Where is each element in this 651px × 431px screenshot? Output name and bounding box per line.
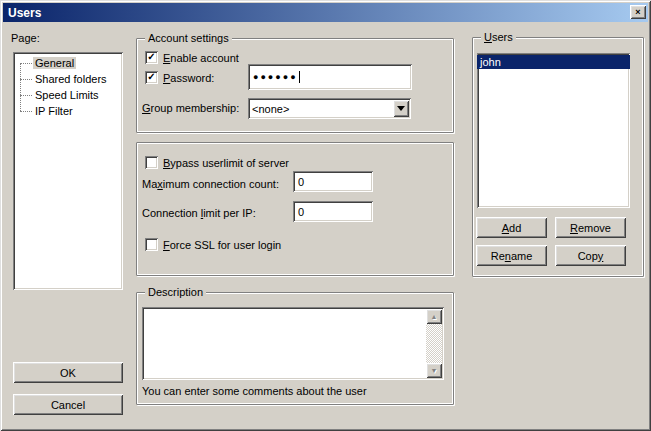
tree-item-speed-limits[interactable]: Speed Limits xyxy=(13,87,123,103)
force-ssl-checkbox[interactable]: ✓ xyxy=(145,238,158,251)
bypass-userlimit-checkbox[interactable]: ✓ xyxy=(145,156,158,169)
dropdown-button[interactable] xyxy=(393,100,409,117)
group-membership-select[interactable]: <none> xyxy=(248,98,411,119)
cancel-button[interactable]: Cancel xyxy=(13,394,123,415)
copy-user-button[interactable]: Copy xyxy=(555,245,626,266)
ok-button[interactable]: OK xyxy=(13,362,123,383)
remove-user-button[interactable]: Remove xyxy=(555,217,626,238)
description-hint: You can enter some comments about the us… xyxy=(142,385,367,398)
window-title: Users xyxy=(3,6,41,20)
arrow-up-icon: ▲ xyxy=(431,313,438,320)
password-value: ●●●●●● xyxy=(253,72,298,82)
tree-item-ip-filter[interactable]: IP Filter xyxy=(13,103,123,119)
page-label: Page: xyxy=(11,32,40,45)
password-label: Password: xyxy=(163,72,214,85)
rename-user-button[interactable]: Rename xyxy=(476,245,547,266)
arrow-down-icon: ▼ xyxy=(431,367,438,374)
description-textarea[interactable]: ▲ ▼ xyxy=(142,307,444,380)
conn-limit-per-ip-value: 0 xyxy=(298,206,304,218)
vertical-scrollbar[interactable]: ▲ ▼ xyxy=(426,309,442,378)
users-group-title: Users xyxy=(481,31,516,44)
max-connection-label: Maximum connection count: xyxy=(142,178,279,191)
title-bar[interactable]: Users × xyxy=(3,3,648,22)
max-connection-value: 0 xyxy=(298,176,304,188)
scroll-down-button[interactable]: ▼ xyxy=(426,363,442,378)
password-input[interactable]: ●●●●●● xyxy=(248,64,412,90)
enable-account-label: Enable account xyxy=(163,52,239,65)
chevron-down-icon xyxy=(397,106,405,111)
close-button[interactable]: × xyxy=(630,5,646,19)
bypass-userlimit-label: Bypass userlimit of server xyxy=(163,157,289,170)
conn-limit-per-ip-input[interactable]: 0 xyxy=(293,201,373,222)
tree-item-shared-folders[interactable]: Shared folders xyxy=(13,71,123,87)
check-icon: ✓ xyxy=(147,72,155,82)
enable-account-checkbox[interactable]: ✓ xyxy=(145,51,158,64)
close-icon: × xyxy=(635,8,640,17)
add-user-button[interactable]: Add xyxy=(476,217,547,238)
tree-item-general[interactable]: General xyxy=(13,55,123,71)
max-connection-input[interactable]: 0 xyxy=(293,171,373,192)
account-settings-title: Account settings xyxy=(145,32,232,45)
group-membership-label: Group membership: xyxy=(142,102,239,115)
check-icon: ✓ xyxy=(147,52,155,62)
list-item-john[interactable]: john xyxy=(477,55,630,69)
group-membership-value: <none> xyxy=(252,103,289,115)
users-dialog: Users × Page: General Shared folders Spe… xyxy=(0,0,651,431)
force-ssl-label: Force SSL for user login xyxy=(163,239,281,252)
page-tree[interactable]: General Shared folders Speed Limits IP F… xyxy=(13,52,123,290)
text-caret xyxy=(299,71,300,83)
conn-limit-per-ip-label: Connection limit per IP: xyxy=(142,207,256,220)
description-title: Description xyxy=(145,286,206,299)
users-listbox[interactable]: john xyxy=(477,53,630,208)
scroll-up-button[interactable]: ▲ xyxy=(426,309,442,324)
password-checkbox[interactable]: ✓ xyxy=(145,71,158,84)
